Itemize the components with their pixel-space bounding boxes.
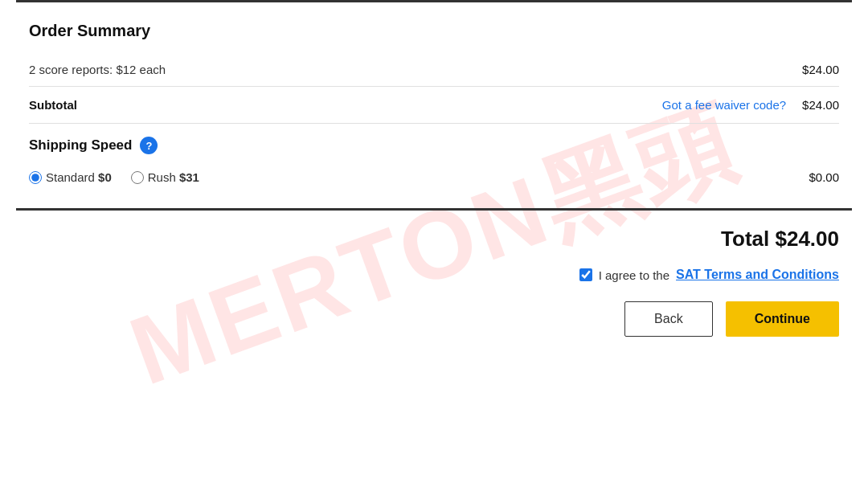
page-container: MERTON黑頭 Order Summary 2 score reports: … [0, 0, 868, 495]
line-item-label: 2 score reports: $12 each [29, 63, 166, 76]
terms-checkbox[interactable] [579, 268, 592, 281]
rush-shipping-option[interactable]: Rush $31 [131, 170, 199, 184]
order-summary-title: Order Summary [29, 22, 839, 40]
shipping-options-row: Standard $0 Rush $31 $0.00 [29, 166, 839, 189]
terms-link[interactable]: SAT Terms and Conditions [676, 268, 839, 282]
bottom-border [16, 208, 852, 211]
total-label: Total $24.00 [721, 227, 839, 252]
standard-shipping-option[interactable]: Standard $0 [29, 170, 112, 184]
line-item-row: 2 score reports: $12 each $24.00 [29, 53, 839, 87]
top-border [16, 0, 852, 2]
rush-shipping-radio[interactable] [131, 171, 144, 184]
subtotal-row: Subtotal Got a fee waiver code? $24.00 [29, 87, 839, 124]
fee-waiver-link[interactable]: Got a fee waiver code? [662, 98, 786, 112]
shipping-title: Shipping Speed [29, 137, 132, 153]
terms-section: I agree to the SAT Terms and Conditions [16, 268, 852, 282]
standard-shipping-label: Standard $0 [46, 170, 112, 184]
standard-shipping-price: $0 [98, 170, 112, 184]
order-summary-section: Order Summary 2 score reports: $12 each … [16, 22, 852, 195]
line-item-price: $24.00 [802, 63, 839, 76]
buttons-section: Back Continue [16, 301, 852, 361]
shipping-title-row: Shipping Speed ? [29, 137, 839, 154]
shipping-help-icon[interactable]: ? [140, 137, 158, 154]
total-section: Total $24.00 [16, 227, 852, 252]
standard-shipping-radio[interactable] [29, 171, 42, 184]
subtotal-right: Got a fee waiver code? $24.00 [662, 98, 839, 112]
subtotal-price: $24.00 [802, 98, 839, 112]
shipping-section: Shipping Speed ? Standard $0 Rush $31 [29, 124, 839, 195]
back-button[interactable]: Back [624, 301, 713, 337]
shipping-total-price: $0.00 [809, 170, 839, 184]
terms-agree-text: I agree to the [599, 268, 669, 282]
continue-button[interactable]: Continue [726, 301, 839, 337]
rush-shipping-label: Rush $31 [148, 170, 199, 184]
rush-shipping-price: $31 [179, 170, 199, 184]
shipping-options-left: Standard $0 Rush $31 [29, 170, 199, 184]
subtotal-label: Subtotal [29, 98, 77, 112]
